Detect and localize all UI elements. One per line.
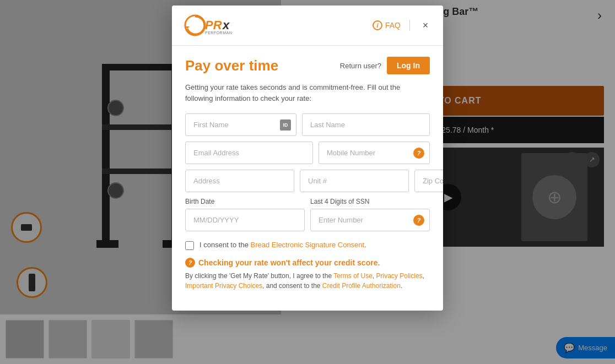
credit-notice-title-text: Checking your rate won't affect your cre… — [198, 258, 380, 267]
unit-input[interactable] — [300, 170, 409, 192]
address-row — [185, 170, 430, 192]
birth-date-label: Birth Date — [185, 198, 305, 205]
privacy-link[interactable]: Privacy Policies — [376, 272, 423, 280]
address-input[interactable] — [185, 170, 294, 192]
faq-icon: i — [373, 20, 382, 30]
faq-link[interactable]: i FAQ — [373, 20, 401, 30]
credit-notice-title: ? Checking your rate won't affect your c… — [185, 258, 430, 268]
credit-comma-2: , — [423, 272, 424, 280]
consent-text: I consent to the Bread Electronic Signat… — [199, 240, 366, 250]
svg-text:x: x — [222, 18, 230, 32]
ssn-group: Last 4 Digits of SSN ? — [310, 198, 430, 231]
mobile-field: ? — [319, 142, 430, 164]
prx-logo: PR x PERFORMANCE — [183, 13, 233, 37]
name-row: ID — [185, 113, 430, 136]
id-icon: ID — [280, 119, 291, 131]
credit-notice-text: By clicking the 'Get My Rate' button, I … — [185, 271, 430, 291]
email-input[interactable] — [185, 142, 313, 164]
privacy-choices-link[interactable]: Important Privacy Choices — [185, 282, 262, 290]
modal-title: Pay over time — [185, 57, 278, 74]
header-divider — [409, 20, 410, 31]
modal-description: Getting your rate takes seconds and is c… — [185, 82, 430, 104]
faq-label: FAQ — [385, 21, 401, 30]
credit-comma-1: , — [373, 272, 376, 280]
modal-header-right: i FAQ × — [373, 19, 432, 32]
credit-and: , and consent to the — [262, 282, 322, 290]
prx-logo-svg: PR x PERFORMANCE — [183, 13, 233, 37]
dates-row: Birth Date Last 4 Digits of SSN ? — [185, 198, 430, 231]
mobile-help-icon[interactable]: ? — [413, 148, 424, 159]
consent-link[interactable]: Bread Electronic Signature Consent — [251, 241, 365, 249]
ssn-input[interactable] — [310, 209, 430, 231]
contact-row: ? — [185, 142, 430, 164]
ssn-label: Last 4 Digits of SSN — [310, 198, 430, 205]
first-name-field: ID — [185, 113, 296, 136]
last-name-input[interactable] — [302, 113, 430, 136]
modal-overlay: PR x PERFORMANCE i FAQ × Pay over time — [0, 0, 615, 364]
credit-profile-link[interactable]: Credit Profile Authorization — [322, 282, 401, 290]
ssn-help-icon[interactable]: ? — [413, 215, 424, 226]
modal-container: PR x PERFORMANCE i FAQ × Pay over time — [172, 6, 443, 311]
return-user-label: Return user? — [340, 62, 381, 70]
return-user-row: Return user? Log In — [340, 57, 430, 74]
modal-body: Pay over time Return user? Log In Gettin… — [172, 46, 443, 311]
birth-date-group: Birth Date — [185, 198, 305, 231]
svg-text:PERFORMANCE: PERFORMANCE — [205, 31, 233, 35]
modal-header: PR x PERFORMANCE i FAQ × — [172, 6, 443, 46]
ssn-field: ? — [310, 209, 430, 231]
login-button[interactable]: Log In — [387, 57, 430, 74]
consent-row: I consent to the Bread Electronic Signat… — [185, 240, 430, 250]
birth-date-input[interactable] — [185, 209, 305, 231]
consent-text-before: I consent to the — [199, 241, 251, 249]
zip-input[interactable] — [414, 170, 443, 192]
modal-title-row: Pay over time Return user? Log In — [185, 57, 430, 74]
credit-notice-icon: ? — [185, 258, 195, 268]
svg-text:PR: PR — [205, 18, 222, 32]
close-button[interactable]: × — [419, 19, 432, 32]
terms-link[interactable]: Terms of Use — [333, 272, 373, 280]
consent-text-after: . — [364, 241, 366, 249]
credit-notice: ? Checking your rate won't affect your c… — [185, 258, 430, 291]
consent-checkbox[interactable] — [185, 241, 194, 250]
credit-end: . — [401, 282, 402, 290]
